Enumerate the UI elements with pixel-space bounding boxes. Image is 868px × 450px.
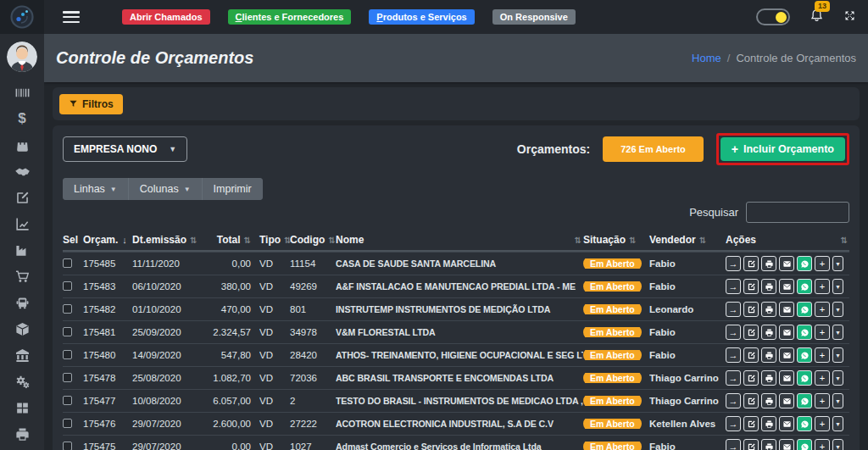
row-checkbox[interactable]	[63, 373, 72, 382]
more-dropdown-button[interactable]: ▼	[832, 256, 843, 271]
email-button[interactable]	[779, 416, 794, 431]
theme-toggle[interactable]	[756, 8, 790, 25]
edit-button[interactable]	[743, 416, 759, 431]
row-checkbox[interactable]	[63, 281, 72, 291]
open-arrow-button[interactable]: →	[726, 439, 741, 450]
truck-icon[interactable]	[14, 294, 31, 311]
row-checkbox[interactable]	[63, 396, 72, 405]
email-button[interactable]	[779, 256, 794, 271]
add-button[interactable]: +	[815, 256, 830, 271]
shortcut-clientes-fornecedores[interactable]: Clientes e Fornecedores	[228, 9, 352, 25]
edit-button[interactable]	[743, 370, 759, 386]
print-button[interactable]	[761, 279, 776, 294]
open-arrow-button[interactable]: →	[726, 347, 741, 363]
more-dropdown-button[interactable]: ▼	[832, 325, 843, 340]
edit-button[interactable]	[743, 347, 759, 363]
shortcut-produtos-servicos[interactable]: Produtos e Serviços	[369, 9, 474, 25]
add-button[interactable]: +	[815, 439, 830, 450]
add-button[interactable]: +	[815, 302, 830, 317]
edit-button[interactable]	[743, 279, 759, 294]
row-checkbox[interactable]	[63, 350, 72, 359]
col-header-tipo[interactable]: Tipo⇅	[259, 234, 290, 246]
whatsapp-button[interactable]	[797, 416, 812, 431]
print-button[interactable]	[761, 439, 776, 450]
fullscreen-button[interactable]	[843, 9, 856, 25]
print-button[interactable]	[761, 302, 776, 317]
open-arrow-button[interactable]: →	[726, 256, 741, 271]
add-button[interactable]: +	[815, 393, 830, 408]
col-header-acoes[interactable]: Ações⇅	[726, 234, 849, 246]
edit-icon[interactable]	[14, 189, 31, 206]
chart-line-icon[interactable]	[14, 215, 31, 232]
whatsapp-button[interactable]	[797, 370, 812, 386]
col-header-emissao[interactable]: Dt.emissão⇅	[132, 234, 209, 246]
open-arrow-button[interactable]: →	[726, 370, 741, 386]
company-select[interactable]: EMPRESA NONO ▼	[63, 136, 187, 162]
barcode-icon[interactable]	[14, 84, 31, 101]
open-arrow-button[interactable]: →	[726, 325, 741, 340]
filtros-button[interactable]: Filtros	[59, 94, 123, 114]
edit-button[interactable]	[743, 325, 759, 340]
more-dropdown-button[interactable]: ▼	[832, 393, 843, 408]
more-dropdown-button[interactable]: ▼	[832, 416, 843, 431]
row-checkbox[interactable]	[63, 258, 72, 268]
gears-icon[interactable]	[14, 373, 31, 390]
email-button[interactable]	[779, 279, 794, 294]
email-button[interactable]	[779, 393, 794, 408]
add-button[interactable]: +	[815, 347, 830, 363]
more-dropdown-button[interactable]: ▼	[832, 439, 843, 450]
email-button[interactable]	[779, 439, 794, 450]
breadcrumb-home-link[interactable]: Home	[692, 52, 721, 64]
email-button[interactable]	[779, 325, 794, 340]
grid-icon[interactable]	[14, 399, 31, 416]
print-button[interactable]	[761, 393, 776, 408]
package-icon[interactable]	[14, 320, 31, 337]
whatsapp-button[interactable]	[797, 439, 812, 450]
col-header-codigo[interactable]: Codigo⇅	[290, 234, 336, 246]
col-header-nome[interactable]: Nome⇅	[336, 234, 583, 246]
open-count-button[interactable]: 726 Em Aberto	[603, 136, 704, 162]
whatsapp-button[interactable]	[797, 393, 812, 408]
more-dropdown-button[interactable]: ▼	[832, 370, 843, 386]
col-header-vendedor[interactable]: Vendedor⇅	[649, 234, 726, 246]
row-checkbox[interactable]	[63, 304, 72, 314]
app-logo[interactable]	[0, 0, 44, 34]
shortcut-abrir-chamados[interactable]: Abrir Chamados	[122, 9, 210, 25]
open-arrow-button[interactable]: →	[726, 416, 741, 431]
colunas-dropdown[interactable]: Colunas▼	[128, 178, 202, 200]
industry-icon[interactable]	[14, 242, 31, 258]
edit-button[interactable]	[743, 439, 759, 450]
more-dropdown-button[interactable]: ▼	[832, 347, 843, 363]
add-button[interactable]: +	[815, 325, 830, 340]
email-button[interactable]	[779, 302, 794, 317]
print-button[interactable]	[761, 416, 776, 431]
whatsapp-button[interactable]	[797, 302, 812, 317]
whatsapp-button[interactable]	[797, 325, 812, 340]
shopping-cart-icon[interactable]	[14, 268, 31, 285]
incluir-orcamento-button[interactable]: + Incluir Orçamento	[721, 137, 845, 161]
email-button[interactable]	[779, 370, 794, 386]
printer-icon[interactable]	[14, 425, 31, 442]
shortcut-on-responsive[interactable]: On Responsive	[492, 9, 576, 25]
more-dropdown-button[interactable]: ▼	[832, 302, 843, 317]
linhas-dropdown[interactable]: Linhas▼	[63, 178, 128, 200]
shopping-bag-icon[interactable]	[14, 136, 31, 153]
open-arrow-button[interactable]: →	[726, 279, 741, 294]
row-checkbox[interactable]	[63, 419, 72, 428]
row-checkbox[interactable]	[63, 442, 72, 450]
menu-toggle-icon[interactable]	[63, 11, 80, 23]
edit-button[interactable]	[743, 302, 759, 317]
whatsapp-button[interactable]	[797, 256, 812, 271]
add-button[interactable]: +	[815, 370, 830, 386]
col-header-total[interactable]: Total⇅	[209, 234, 259, 246]
col-header-situacao[interactable]: Situação⇅	[583, 234, 649, 246]
more-dropdown-button[interactable]: ▼	[832, 279, 843, 294]
search-input[interactable]	[746, 202, 849, 223]
open-arrow-button[interactable]: →	[726, 302, 741, 317]
print-button[interactable]	[761, 325, 776, 340]
edit-button[interactable]	[743, 393, 759, 408]
edit-button[interactable]	[743, 256, 759, 271]
imprimir-button[interactable]: Imprimir	[202, 178, 263, 200]
bank-icon[interactable]	[14, 347, 31, 364]
row-checkbox[interactable]	[63, 327, 72, 336]
